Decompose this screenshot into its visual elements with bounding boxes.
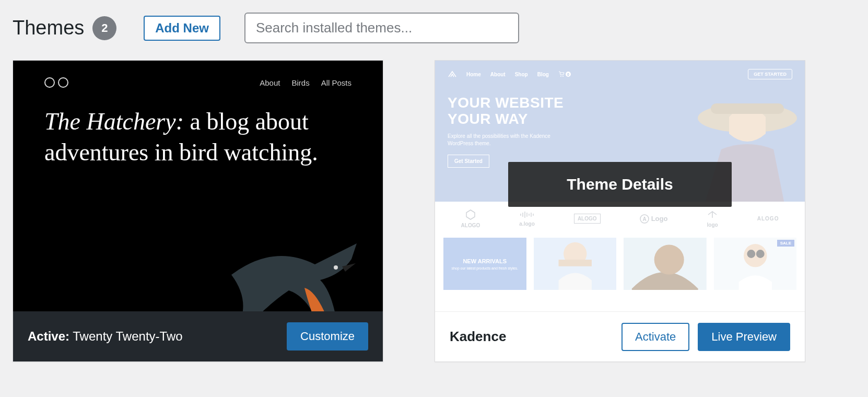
theme-screenshot: About Birds All Posts The Hatchery: a bl… — [13, 61, 383, 311]
theme-preview-heading: The Hatchery: a blog about adventures in… — [44, 107, 351, 168]
nav-item: All Posts — [321, 78, 351, 87]
page-title: Themes — [13, 17, 84, 39]
live-preview-button[interactable]: Live Preview — [698, 323, 790, 351]
page-header: Themes 2 Add New — [13, 13, 855, 43]
theme-logo-icon — [44, 77, 68, 88]
nav-item: About — [260, 78, 280, 87]
theme-card-active[interactable]: About Birds All Posts The Hatchery: a bl… — [13, 60, 383, 362]
add-new-button[interactable]: Add New — [144, 16, 220, 41]
bird-icon — [226, 238, 362, 311]
nav-item: Birds — [291, 78, 309, 87]
activate-button[interactable]: Activate — [621, 323, 689, 351]
search-input[interactable] — [244, 13, 519, 43]
theme-footer-active: Active: Twenty Twenty-Two Customize — [13, 311, 383, 361]
theme-count-badge: 2 — [92, 16, 116, 40]
themes-grid: About Birds All Posts The Hatchery: a bl… — [13, 60, 855, 362]
theme-details-button[interactable]: Theme Details — [508, 162, 732, 207]
svg-point-0 — [334, 265, 338, 270]
active-theme-label: Active: Twenty Twenty-Two — [28, 329, 183, 344]
theme-screenshot: Home About Shop Blog 0 GET STARTED YOUR … — [435, 61, 805, 311]
customize-button[interactable]: Customize — [287, 322, 368, 351]
theme-name: Kadence — [450, 329, 506, 345]
theme-card-hovered[interactable]: Home About Shop Blog 0 GET STARTED YOUR … — [435, 60, 805, 362]
theme-preview-nav: About Birds All Posts — [260, 78, 351, 87]
theme-footer-hovered: Kadence Activate Live Preview — [435, 311, 805, 361]
